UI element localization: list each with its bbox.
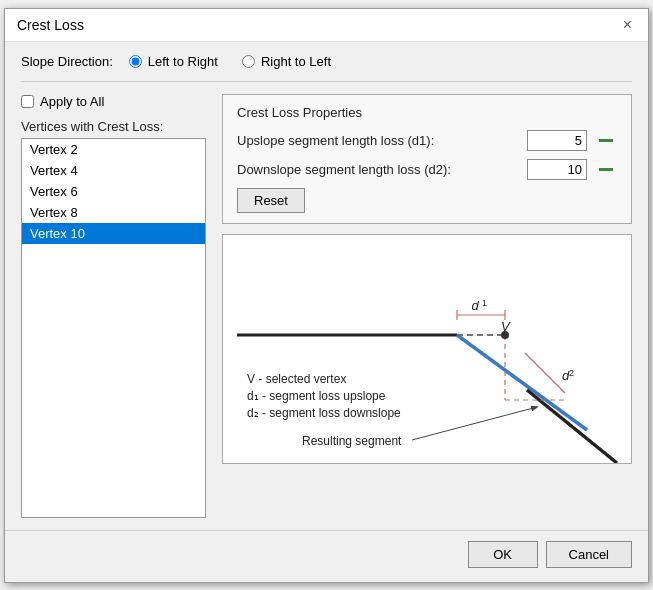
diagram-svg: d 1 V d 2 V - selected vertex d₁ - segme… [223,235,631,463]
v-desc: V - selected vertex [247,372,346,386]
list-item[interactable]: Vertex 4 [22,160,205,181]
svg-line-11 [412,407,537,440]
list-item[interactable]: Vertex 2 [22,139,205,160]
rtl-label: Right to Left [261,54,331,69]
d1-desc: d₁ - segment loss upslope [247,389,386,403]
diagram-area: d 1 V d 2 V - selected vertex d₁ - segme… [222,234,632,464]
slope-direction-row: Slope Direction: Left to Right Right to … [21,54,632,82]
crest-loss-dialog: Crest Loss × Slope Direction: Left to Ri… [4,8,649,583]
vertices-list: Vertex 2 Vertex 4 Vertex 6 Vertex 8 Vert… [21,138,206,518]
dialog-title: Crest Loss [17,17,84,33]
apply-to-all-label: Apply to All [40,94,104,109]
upslope-label: Upslope segment length loss (d1): [237,133,519,148]
close-button[interactable]: × [619,17,636,33]
ltr-label: Left to Right [148,54,218,69]
ok-button[interactable]: OK [468,541,538,568]
apply-to-all-checkbox[interactable] [21,95,34,108]
dialog-body: Slope Direction: Left to Right Right to … [5,42,648,530]
svg-line-3 [527,390,617,463]
left-panel: Apply to All Vertices with Crest Loss: V… [21,94,206,518]
svg-point-10 [501,331,509,339]
cancel-button[interactable]: Cancel [546,541,632,568]
reset-button[interactable]: Reset [237,188,305,213]
downslope-row: Downslope segment length loss (d2): [237,159,617,180]
list-item-selected[interactable]: Vertex 10 [22,223,205,244]
main-content: Apply to All Vertices with Crest Loss: V… [21,94,632,518]
downslope-icon[interactable] [595,161,617,177]
list-item[interactable]: Vertex 8 [22,202,205,223]
list-item[interactable]: Vertex 6 [22,181,205,202]
crest-loss-properties-group: Crest Loss Properties Upslope segment le… [222,94,632,224]
slope-direction-label: Slope Direction: [21,54,113,69]
title-bar: Crest Loss × [5,9,648,42]
upslope-input[interactable] [527,130,587,151]
right-panel: Crest Loss Properties Upslope segment le… [222,94,632,518]
slope-radio-group: Left to Right Right to Left [129,54,331,69]
radio-right-to-left[interactable]: Right to Left [242,54,331,69]
d1-label: d [471,298,479,313]
upslope-row: Upslope segment length loss (d1): [237,130,617,151]
upslope-icon[interactable] [595,132,617,148]
props-group-title: Crest Loss Properties [237,105,617,120]
downslope-input[interactable] [527,159,587,180]
result-label: Resulting segment [302,434,402,448]
apply-to-all-checkbox-label[interactable]: Apply to All [21,94,206,109]
d1-subscript: 1 [482,298,487,308]
downslope-label: Downslope segment length loss (d2): [237,162,519,177]
vertices-label: Vertices with Crest Loss: [21,119,206,134]
dialog-footer: OK Cancel [5,530,648,582]
radio-left-to-right[interactable]: Left to Right [129,54,218,69]
d2-desc: d₂ - segment loss downslope [247,406,401,420]
d2-subscript: 2 [569,368,574,378]
